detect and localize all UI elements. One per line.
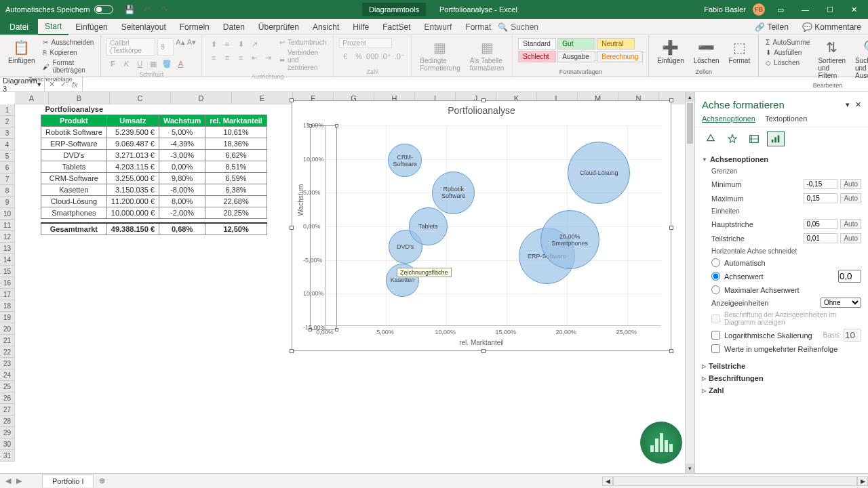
plot-area[interactable]: Robotik SoftwareERP-SoftwareDVD'sTablets… (325, 125, 661, 326)
enter-formula-icon[interactable]: ✓ (60, 80, 66, 89)
comments-button[interactable]: 💬 Kommentare (795, 22, 868, 32)
maximize-icon[interactable]: ☐ (821, 5, 839, 14)
pane-menu-icon[interactable]: ▾ (846, 100, 850, 108)
name-box[interactable]: Diagramm 3▾ (0, 75, 45, 94)
tab-layout[interactable]: Seitenlayout (115, 20, 173, 35)
underline-button[interactable]: U (134, 58, 146, 70)
font-size-combo[interactable]: 9 (157, 38, 174, 56)
display-units-select[interactable]: Ohne (821, 298, 861, 308)
border-icon[interactable]: ▦ (147, 58, 159, 70)
number-format-combo[interactable]: Prozent (339, 38, 392, 48)
bubble-tablets[interactable]: Tablets (409, 207, 447, 245)
min-auto-button[interactable]: Auto (840, 179, 861, 189)
dec-decimal-icon[interactable]: .0⁻ (393, 50, 406, 62)
section-tickmarks[interactable]: ▷Teilstriche (702, 360, 861, 372)
tell-me-search[interactable]: 🔍 Suchen (498, 22, 538, 32)
cancel-formula-icon[interactable]: ✕ (49, 80, 55, 89)
currency-icon[interactable]: € (339, 50, 351, 62)
cross-max-radio[interactable] (711, 285, 720, 294)
redo-icon[interactable]: ↷ (159, 4, 170, 15)
align-center-icon[interactable]: ≡ (221, 52, 233, 64)
autosave-toggle[interactable]: Automatisches Speichern (0, 5, 119, 14)
section-number[interactable]: ▷Zahl (702, 384, 861, 396)
undo-icon[interactable]: ↶ (142, 4, 153, 15)
find-select-button[interactable]: 🔍Suchen und Auswählen (852, 38, 868, 81)
max-input[interactable] (804, 193, 837, 203)
insert-cells-button[interactable]: ➕Einfügen (654, 38, 686, 66)
row-headers[interactable]: 1234567891011121314151617181920212223242… (0, 104, 15, 462)
paste-button[interactable]: 📋 Einfügen (5, 38, 37, 66)
effects-tab-icon[interactable] (724, 131, 741, 146)
conditional-format-button[interactable]: ▦Bedingte Formatierung (417, 38, 462, 73)
percent-icon[interactable]: % (353, 50, 365, 62)
tab-view[interactable]: Ansicht (306, 20, 346, 35)
horizontal-scrollbar[interactable]: ◀▶ (602, 476, 868, 486)
cut-button[interactable]: ✂Ausschneiden (41, 38, 95, 47)
pane-tab-axis-options[interactable]: Achsenoptionen (702, 115, 755, 123)
pane-tab-text-options[interactable]: Textoptionen (765, 115, 807, 123)
italic-button[interactable]: K (120, 58, 132, 70)
style-ausgabe[interactable]: Ausgabe (557, 51, 595, 62)
style-gut[interactable]: Gut (557, 38, 595, 49)
bubble-cloud-l-sung[interactable]: Cloud-Lösung (568, 142, 630, 204)
sheet-nav-next-icon[interactable]: ▶ (16, 476, 22, 485)
align-left-icon[interactable]: ≡ (208, 52, 220, 64)
tab-start[interactable]: Start (38, 19, 68, 35)
style-neutral[interactable]: Neutral (597, 38, 635, 49)
size-tab-icon[interactable] (745, 131, 763, 146)
cross-auto-radio[interactable] (711, 258, 720, 267)
fill-line-tab-icon[interactable] (702, 131, 719, 146)
delete-cells-button[interactable]: ➖Löschen (691, 38, 722, 66)
format-cells-button[interactable]: ⬚Format (726, 38, 753, 66)
merge-button[interactable]: ⬌Verbinden und zentrieren (278, 48, 328, 72)
indent-inc-icon[interactable]: ⇥ (262, 52, 274, 64)
decrease-font-icon[interactable]: A▾ (187, 38, 196, 56)
section-labels[interactable]: ▷Beschriftungen (702, 372, 861, 384)
tab-review[interactable]: Überprüfen (252, 20, 306, 35)
format-painter-button[interactable]: 🖌Format übertragen (41, 58, 95, 75)
share-button[interactable]: 🔗 Teilen (748, 22, 795, 32)
sort-filter-button[interactable]: ⇅Sortieren und Filtern (815, 38, 848, 81)
fill-color-icon[interactable]: 🪣 (161, 58, 173, 70)
section-axis-options[interactable]: ▼Achsenoptionen (702, 153, 861, 165)
align-mid-icon[interactable]: ≡ (221, 38, 233, 50)
worksheet[interactable]: ABCDEFGHIJKLMN 1234567891011121314151617… (0, 92, 694, 473)
increase-font-icon[interactable]: A▴ (176, 38, 184, 56)
tab-format[interactable]: Format (458, 20, 498, 35)
align-bot-icon[interactable]: ⬇ (235, 38, 247, 50)
max-auto-button[interactable]: Auto (840, 193, 861, 203)
bold-button[interactable]: F (106, 58, 119, 70)
min-input[interactable] (804, 179, 837, 189)
x-axis-label[interactable]: rel. Marktanteil (459, 339, 504, 346)
bubble-smartphones[interactable]: 20,00% Smartphones (540, 210, 599, 269)
vertical-scrollbar[interactable]: ▴▾ (685, 92, 694, 473)
chart-object[interactable]: Portfolioanalyse Wachstum rel. Marktante… (292, 100, 671, 351)
font-color-icon[interactable]: A (174, 58, 186, 70)
chart-title[interactable]: Portfolioanalyse (292, 101, 671, 120)
ribbon-collapse-icon[interactable]: ▭ (772, 5, 789, 14)
tab-formulas[interactable]: Formeln (173, 20, 216, 35)
log-scale-check[interactable] (711, 331, 720, 340)
style-standard[interactable]: Standard (518, 38, 556, 49)
copy-button[interactable]: ⎘Kopieren (41, 48, 95, 57)
major-unit-input[interactable] (804, 219, 837, 229)
indent-dec-icon[interactable]: ⇤ (248, 52, 260, 64)
clear-button[interactable]: ◇Löschen (764, 58, 811, 67)
align-right-icon[interactable]: ≡ (235, 52, 247, 64)
formula-input[interactable] (82, 77, 868, 92)
save-icon[interactable]: 💾 (124, 4, 135, 15)
style-berechnung[interactable]: Berechnung (597, 51, 643, 62)
fill-button[interactable]: ⬇Ausfüllen (764, 48, 811, 57)
orientation-icon[interactable]: ↗ (248, 38, 260, 50)
tab-design[interactable]: Entwurf (418, 20, 459, 35)
tab-factset[interactable]: FactSet (376, 20, 417, 35)
cross-value-input[interactable] (838, 270, 861, 283)
axis-options-tab-icon[interactable] (767, 131, 785, 146)
user-name[interactable]: Fabio Basler (704, 5, 746, 14)
tab-insert[interactable]: Einfügen (68, 20, 114, 35)
bubble-crm-software[interactable]: CRM-Software (388, 144, 422, 178)
new-sheet-button[interactable]: ⊕ (94, 474, 111, 487)
cross-value-radio[interactable] (711, 272, 720, 281)
align-top-icon[interactable]: ⬆ (208, 38, 220, 50)
sheet-tab[interactable]: Portfolio I (42, 474, 94, 487)
